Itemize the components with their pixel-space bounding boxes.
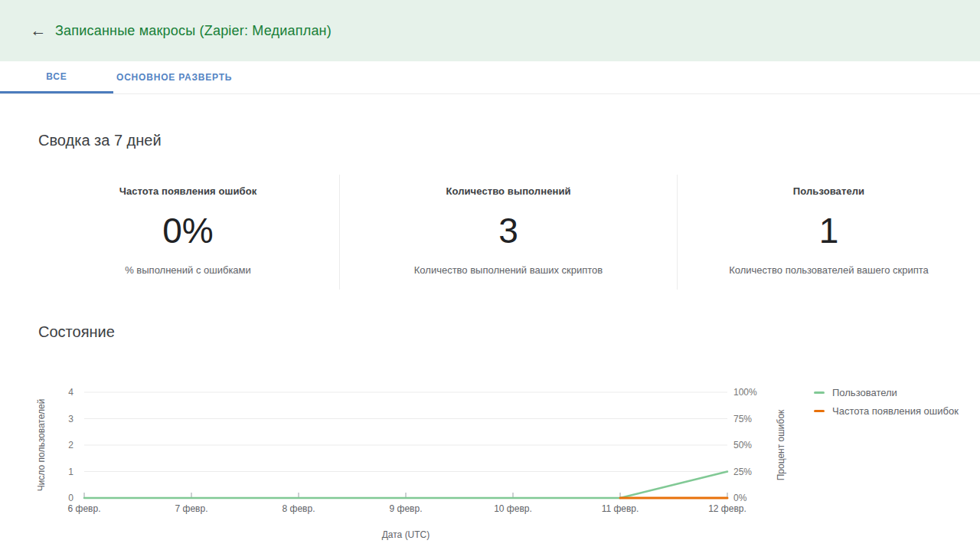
stat-value: 1 — [819, 211, 839, 251]
back-button[interactable]: ← — [28, 20, 49, 41]
legend-item-users: Пользователи — [814, 387, 959, 398]
svg-text:0: 0 — [68, 493, 74, 503]
svg-text:4: 4 — [68, 387, 74, 398]
app-header: ← Записанные макросы (Zapier: Медиаплан) — [0, 0, 980, 61]
stat-label: Количество выполнений — [446, 185, 570, 197]
tab-bar: ВСЕ ОСНОВНОЕ РАЗВЕРТЬ — [0, 61, 980, 94]
legend-label: Частота появления ошибок — [832, 405, 959, 417]
stat-label: Пользователи — [793, 185, 864, 197]
svg-text:75%: 75% — [733, 414, 752, 424]
summary-stats-row: Частота появления ошибок 0% % выполнений… — [37, 175, 980, 290]
svg-text:11 февр.: 11 февр. — [602, 503, 639, 514]
svg-text:25%: 25% — [733, 467, 752, 477]
svg-text:Дата (UTC): Дата (UTC) — [382, 529, 430, 540]
stat-description: Количество выполнений ваших скриптов — [414, 264, 603, 276]
stat-card-executions: Количество выполнений 3 Количество выпол… — [339, 175, 678, 290]
svg-text:2: 2 — [68, 440, 74, 450]
svg-text:12 февр.: 12 февр. — [708, 503, 746, 514]
svg-text:3: 3 — [68, 414, 74, 424]
svg-text:9 февр.: 9 февр. — [390, 503, 423, 514]
stat-card-error-rate: Частота появления ошибок 0% % выполнений… — [37, 175, 339, 290]
stat-value: 3 — [498, 211, 518, 251]
stat-description: % выполнений с ошибками — [125, 264, 251, 276]
tab-main-deployment[interactable]: ОСНОВНОЕ РАЗВЕРТЬ — [113, 61, 235, 93]
legend-item-error-rate: Частота появления ошибок — [814, 405, 959, 417]
svg-text:1: 1 — [68, 467, 74, 477]
svg-text:10 февр.: 10 февр. — [494, 503, 532, 514]
summary-section-title: Сводка за 7 дней — [38, 132, 162, 149]
svg-text:8 февр.: 8 февр. — [283, 503, 315, 514]
stat-label: Частота появления ошибок — [119, 185, 257, 197]
legend-label: Пользователи — [832, 387, 897, 398]
page-title: Записанные макросы (Zapier: Медиаплан) — [55, 23, 332, 39]
error-rate-series-swatch — [814, 410, 825, 412]
stat-card-users: Пользователи 1 Количество пользователей … — [678, 175, 980, 290]
tab-all[interactable]: ВСЕ — [0, 61, 113, 93]
chart-legend: Пользователи Частота появления ошибок — [814, 387, 959, 417]
stat-value: 0% — [162, 211, 213, 251]
apps-script-dashboard: ← Записанные макросы (Zapier: Медиаплан)… — [0, 0, 980, 547]
svg-text:Число пользователей: Число пользователей — [36, 399, 47, 492]
svg-text:Процент ошибок: Процент ошибок — [776, 409, 786, 480]
users-series-swatch — [814, 391, 825, 394]
svg-text:0%: 0% — [733, 493, 747, 503]
svg-text:6 февр.: 6 февр. — [68, 503, 101, 514]
svg-text:7 февр.: 7 февр. — [175, 503, 208, 514]
svg-text:100%: 100% — [733, 387, 757, 398]
stat-description: Количество пользователей вашего скрипта — [729, 264, 929, 276]
svg-text:50%: 50% — [733, 440, 752, 450]
status-section-title: Состояние — [38, 323, 115, 341]
